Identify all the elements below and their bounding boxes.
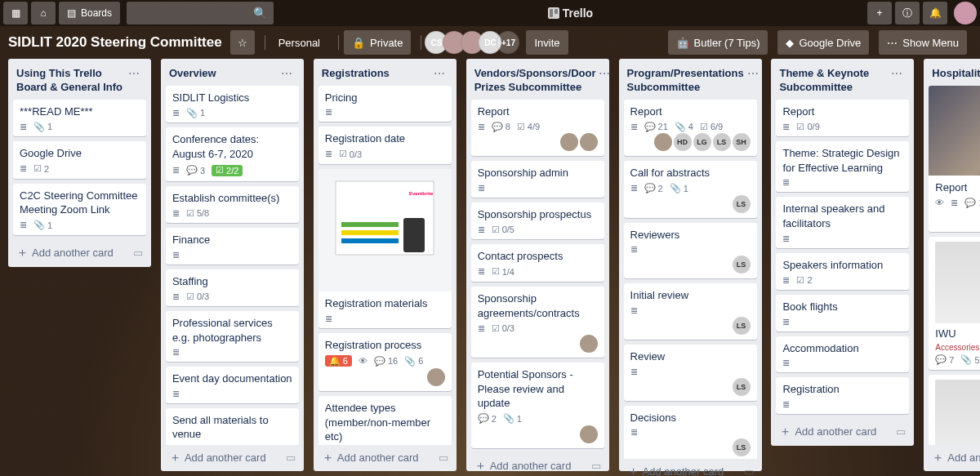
add-card-button[interactable]: ＋ Add another card ▭ bbox=[318, 445, 452, 467]
card-member-avatar[interactable] bbox=[427, 368, 445, 386]
card-member-avatar[interactable]: LS bbox=[733, 317, 751, 335]
star-button[interactable]: ☆ bbox=[230, 30, 255, 55]
list-menu-button[interactable]: ⋯ bbox=[278, 67, 296, 80]
card[interactable]: Pricing ≣ bbox=[318, 86, 452, 122]
card-member-avatar[interactable]: LS bbox=[733, 195, 751, 213]
team-label[interactable]: Personal bbox=[270, 37, 328, 49]
butler-button[interactable]: 🤖Butler (7 Tips) bbox=[668, 30, 768, 55]
card-member-avatar[interactable]: LS bbox=[713, 133, 731, 151]
card[interactable]: Speakers information ≣☑ 2 bbox=[776, 253, 909, 291]
member-overflow[interactable]: +17 bbox=[497, 31, 519, 54]
card[interactable]: Professional services e.g. photographers… bbox=[166, 311, 299, 362]
search-input[interactable]: 🔍 bbox=[127, 2, 274, 24]
card[interactable]: Report ≣💬 8☑ 4/9 bbox=[471, 100, 604, 157]
card[interactable]: Registration process 🔔 6👁💬 16📎 6 bbox=[318, 333, 452, 392]
list-title[interactable]: Hospitality bbox=[932, 67, 980, 81]
card-member-avatar[interactable] bbox=[580, 425, 598, 443]
card-member-avatar[interactable]: LS bbox=[733, 256, 751, 274]
card-member-avatar[interactable] bbox=[580, 335, 598, 353]
add-card-button[interactable]: ＋ Add another card ▭ bbox=[13, 240, 146, 262]
card[interactable]: Google Drive ≣☑ 2 bbox=[13, 141, 146, 179]
board-canvas[interactable]: Using This Trello Board & General Info ⋯… bbox=[0, 59, 980, 476]
card[interactable]: Attendee types (member/non-member etc) ≣ bbox=[318, 396, 452, 445]
card-member-avatar[interactable]: LS bbox=[733, 378, 751, 396]
card[interactable]: Report ≣💬 21📎 4☑ 6/9 HDLGLSSH bbox=[624, 100, 757, 157]
card[interactable]: Event day documentation ≣ bbox=[166, 367, 299, 403]
card-member-avatar[interactable] bbox=[580, 133, 598, 151]
card[interactable]: Report 👁≣💬 17📎 6☑ 5/15 bbox=[929, 86, 980, 233]
show-menu-button[interactable]: ⋯Show Menu bbox=[879, 30, 967, 55]
info-button[interactable]: ⓘ bbox=[895, 2, 920, 24]
visibility-button[interactable]: 🔒Private bbox=[344, 30, 411, 55]
app-logo[interactable]: Trello bbox=[274, 7, 867, 20]
home-button[interactable]: ⌂ bbox=[31, 2, 56, 24]
card-template-button[interactable]: ▭ bbox=[591, 460, 601, 472]
card-template-button[interactable]: ▭ bbox=[133, 247, 143, 259]
board-title[interactable]: SIDLIT 2020 Steering Committee bbox=[8, 34, 222, 51]
card-template-button[interactable]: ▭ bbox=[744, 465, 754, 476]
card[interactable]: Theme: Strategic Design for Effective Le… bbox=[776, 141, 909, 192]
card-title: Initial review bbox=[630, 288, 751, 303]
card[interactable]: Review ≣ LS bbox=[624, 345, 757, 401]
card[interactable]: Sponsorship prospectus ≣☑ 0/5 bbox=[471, 202, 604, 240]
card-member-avatar[interactable]: LG bbox=[693, 133, 711, 151]
card[interactable]: C2C Steering Committee Meeting Zoom Link… bbox=[13, 184, 146, 235]
notifications-button[interactable]: 🔔 bbox=[923, 2, 947, 24]
invite-button[interactable]: Invite bbox=[526, 30, 568, 55]
add-card-button[interactable]: ＋ Add another card ▭ bbox=[471, 453, 604, 475]
add-card-button[interactable]: ＋ Add another card ▭ bbox=[624, 459, 757, 476]
card-member-avatar[interactable]: HD bbox=[674, 133, 692, 151]
google-drive-button[interactable]: ◆Google Drive bbox=[777, 30, 869, 55]
card-member-avatar[interactable] bbox=[654, 133, 672, 151]
list-title[interactable]: Theme & Keynote Subcommittee bbox=[779, 67, 888, 95]
card[interactable]: Registration date ≣☑ 0/3 bbox=[318, 127, 452, 164]
card-member-avatar[interactable] bbox=[560, 133, 578, 151]
card[interactable]: Accommodation ≣ bbox=[776, 336, 909, 373]
card[interactable]: Potential Sponsors - Please review and u… bbox=[471, 363, 604, 448]
list-menu-button[interactable]: ⋯ bbox=[595, 67, 613, 80]
list-menu-button[interactable]: ⋯ bbox=[125, 67, 143, 80]
boards-button[interactable]: ▤ Boards bbox=[59, 2, 120, 24]
add-card-button[interactable]: ＋ Add another card ▭ bbox=[776, 419, 909, 441]
card[interactable]: SIDLIT Logistics ≣📎 1 bbox=[166, 86, 299, 123]
add-card-button[interactable]: ＋ Add another card ▭ bbox=[929, 445, 980, 467]
card-member-avatar[interactable]: SH bbox=[733, 133, 751, 151]
card[interactable]: Conference dates: August 6-7, 2020 ≣💬 3☑… bbox=[166, 127, 299, 180]
card[interactable]: Initial review ≣ LS bbox=[624, 283, 757, 340]
list-title[interactable]: Using This Trello Board & General Info bbox=[16, 67, 125, 95]
card[interactable]: Reviewers ≣ LS bbox=[624, 223, 757, 279]
card[interactable]: Sponsorship agreements/contracts ≣☑ 0/3 bbox=[471, 287, 604, 358]
card[interactable]: Book flights ≣ bbox=[776, 295, 909, 331]
user-avatar[interactable] bbox=[954, 2, 977, 24]
card[interactable]: Registration ≣ bbox=[776, 377, 909, 414]
card[interactable]: Sponsorship admin ≣ bbox=[471, 161, 604, 198]
card[interactable]: Staffing ≣☑ 0/3 bbox=[166, 269, 299, 307]
card[interactable]: Send all materials to venue ≣☑ 0/6 bbox=[166, 408, 299, 445]
card[interactable]: Report ≣☑ 0/9 bbox=[776, 100, 909, 137]
card[interactable]: ESU 💬 1📎 4☑ 0/7 bbox=[929, 375, 980, 445]
card-template-button[interactable]: ▭ bbox=[286, 452, 296, 464]
desc-badge: ≣ bbox=[951, 198, 958, 207]
card[interactable]: Contact prospects ≣☑ 1/4 bbox=[471, 244, 604, 282]
list-menu-button[interactable]: ⋯ bbox=[430, 67, 448, 80]
card[interactable]: Eventbrite Registration materials ≣ bbox=[318, 169, 452, 328]
card-template-button[interactable]: ▭ bbox=[896, 425, 906, 438]
card[interactable]: Establish committee(s) ≣☑ 5/8 bbox=[166, 186, 299, 224]
list-menu-button[interactable]: ⋯ bbox=[744, 67, 762, 80]
card[interactable]: IWU Accessories Available 💬 7📎 5☑ 0/7 bbox=[929, 237, 980, 370]
list-title[interactable]: Overview bbox=[169, 67, 278, 81]
card[interactable]: Finance ≣ bbox=[166, 228, 299, 265]
add-card-button[interactable]: ＋ Add another card ▭ bbox=[166, 445, 299, 467]
list-title[interactable]: Vendors/Sponsors/Door Prizes Subcommitte… bbox=[474, 67, 596, 95]
list-title[interactable]: Program/Presentations Subcommittee bbox=[627, 67, 744, 95]
create-button[interactable]: + bbox=[867, 2, 892, 24]
list-menu-button[interactable]: ⋯ bbox=[888, 67, 906, 80]
card[interactable]: Internal speakers and facilitators ≣ bbox=[776, 197, 909, 247]
card[interactable]: Decisions ≣ LS bbox=[624, 406, 757, 459]
card-member-avatar[interactable]: LS bbox=[733, 438, 751, 456]
card[interactable]: ***READ ME*** ≣📎 1 bbox=[13, 100, 146, 137]
list-title[interactable]: Registrations bbox=[322, 67, 430, 81]
card[interactable]: Call for abstracts ≣💬 2📎 1 LS bbox=[624, 161, 757, 218]
card-template-button[interactable]: ▭ bbox=[439, 452, 448, 464]
apps-menu-button[interactable]: ▦ bbox=[3, 2, 28, 24]
